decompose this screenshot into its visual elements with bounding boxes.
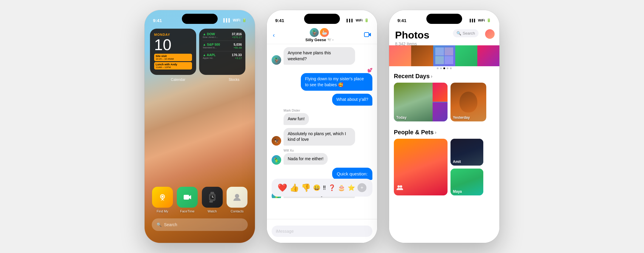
photos-title: Photos [395, 29, 493, 41]
sender-mark: Mark Disler [284, 109, 372, 112]
tapback-exclamation[interactable]: ‼️ [323, 184, 326, 191]
phones-container: 9:41 ▌▌▌ WiFi 🔋 MONDAY 10 Site visit 10:… [145, 10, 499, 243]
search-icon-home: 🔍 [157, 222, 162, 227]
dynamic-island-3 [426, 14, 462, 24]
messages-area: 🦆 Anyone have plans this weekend? 💕 Flyi… [267, 44, 377, 198]
photos-search-button[interactable]: 🔍 Search [453, 29, 479, 37]
svg-rect-2 [184, 195, 189, 200]
widgets-row: MONDAY 10 Site visit 10:15 – 10:45AM Lun… [150, 29, 250, 75]
signal-icon-2: ▌▌▌ [347, 19, 354, 22]
app-contacts[interactable]: Contacts [227, 187, 247, 213]
recent-days-chevron: › [431, 74, 432, 79]
message-row-5: 🦅 Absolutely no plans yet, which I kind … [272, 128, 372, 146]
battery-icon-1: 🔋 [242, 18, 247, 22]
message-input-placeholder: iMessage [276, 229, 294, 234]
time-display-2: 9:41 [275, 18, 284, 23]
dot-4 [447, 67, 448, 69]
message-bubble-3: What about y'all? [332, 94, 372, 106]
conversation-header: 🦆 🦢 Silly Geese 🕊️ › [305, 28, 333, 42]
time-display-3: 9:41 [397, 18, 406, 23]
messages-screen: 9:41 ▌▌▌ WiFi 🔋 ‹ 🦆 🦢 Silly Geese [267, 10, 377, 243]
tapback-heart[interactable]: ❤️ [278, 183, 287, 192]
dynamic-island-2 [304, 14, 340, 24]
wifi-icon-1: WiFi [233, 18, 240, 22]
message-bubble-4: Aww fun! [284, 113, 309, 125]
people-pets-chevron: › [435, 130, 436, 135]
app-facetime[interactable]: FaceTime [177, 187, 198, 213]
findmy-label: Find My [157, 209, 168, 213]
tapback-thumbsup[interactable]: 👍 [290, 183, 299, 192]
tapback-question[interactable]: ❓ [328, 184, 336, 191]
status-icons-3: ▌▌▌ WiFi 🔋 [470, 18, 491, 22]
tapback-thumbsdown[interactable]: 👎 [301, 183, 311, 192]
status-icons-2: ▌▌▌ WiFi 🔋 [347, 18, 369, 22]
strip-photo-1 [389, 45, 411, 66]
sender-will: Will Xu [284, 149, 372, 152]
stocks-widget[interactable]: ▲ DOW Dow Jones I... 37,816 +570.17 ▲ S&… [199, 29, 245, 75]
message-bubble-1: Anyone have plans this weekend? [284, 47, 355, 65]
message-input-field[interactable]: iMessage [272, 226, 372, 237]
msg-avatar-1: 🦆 [272, 55, 281, 65]
people-grid: Amit Maya [394, 139, 495, 195]
message-row-2: Flying down to my sister's place to see … [272, 73, 372, 91]
search-bar-home[interactable]: 🔍 Search [152, 218, 248, 231]
app-watch[interactable]: Watch [202, 187, 223, 213]
group-icon [396, 184, 403, 192]
search-label-photos: Search [463, 31, 475, 36]
calendar-widget[interactable]: MONDAY 10 Site visit 10:15 – 10:45AM Lun… [150, 29, 196, 75]
today-photo-card[interactable]: Today [394, 83, 448, 121]
people-right-column: Amit Maya [451, 139, 483, 195]
stock-sp500: ▲ S&P 500 Standard &... 5,036 +80.48 [203, 43, 242, 51]
findmy-icon [152, 187, 173, 208]
video-call-button[interactable] [364, 31, 371, 39]
message-bubble-2: Flying down to my sister's place to see … [301, 73, 372, 91]
app-findmy[interactable]: Find My [152, 187, 173, 213]
msg-avatar-5: 🦅 [272, 136, 281, 146]
photo-strip [389, 45, 499, 66]
facetime-icon [177, 187, 198, 208]
battery-icon-2: 🔋 [364, 18, 369, 22]
svg-point-1 [162, 196, 163, 198]
photos-user-avatar[interactable] [485, 29, 495, 39]
people-pets-header: People & Pets › [394, 129, 495, 136]
message-bubble-5: Absolutely no plans yet, which I kind of… [284, 128, 355, 146]
strip-photo-3 [433, 45, 455, 66]
today-label: Today [396, 115, 406, 120]
avatar-1: 🦆 [310, 28, 319, 37]
tapback-star[interactable]: ⭐ [348, 184, 355, 191]
contacts-label: Contacts [231, 209, 244, 213]
watch-label: Watch [208, 209, 217, 213]
photo-strip-dots [389, 67, 499, 69]
message-input-area: iMessage [267, 219, 377, 243]
heart-reaction: 💕 [272, 68, 372, 72]
signal-icon-3: ▌▌▌ [470, 19, 476, 22]
svg-rect-8 [364, 33, 369, 37]
photos-screen: 9:41 ▌▌▌ WiFi 🔋 Photos 8,342 Items 🔍 Sea… [389, 10, 499, 243]
message-row-1: 🦆 Anyone have plans this weekend? [272, 47, 372, 65]
yesterday-photo-card[interactable]: Yesterday [451, 83, 486, 121]
tapback-cake[interactable]: 🎂 [338, 184, 345, 191]
strip-photo-4 [455, 45, 477, 66]
back-button[interactable]: ‹ [273, 32, 275, 38]
svg-rect-5 [209, 201, 213, 203]
amit-name-label: Amit [453, 160, 461, 164]
today-photo-side-bottom [433, 102, 448, 121]
svg-point-9 [397, 185, 400, 188]
group-avatars: 🦆 🦢 [310, 28, 329, 37]
wifi-icon-3: WiFi [478, 18, 485, 22]
maya-name-label: Maya [453, 189, 462, 194]
tapback-haha[interactable]: 😄 [313, 184, 321, 191]
calendar-day-number: 10 [154, 37, 192, 53]
recent-days-section: Recent Days › Today [394, 73, 495, 121]
tapback-add-button[interactable]: + [357, 183, 366, 192]
person-card-main[interactable] [394, 139, 448, 195]
today-photo-side [433, 83, 448, 121]
people-pets-section: People & Pets › [394, 129, 495, 195]
message-bubble-7: Quick question: [332, 168, 372, 180]
messages-header: ‹ 🦆 🦢 Silly Geese 🕊️ › [267, 26, 377, 44]
phone-1-homescreen: 9:41 ▌▌▌ WiFi 🔋 MONDAY 10 Site visit 10:… [145, 10, 255, 243]
message-row-3: What about y'all? [272, 94, 372, 106]
person-card-maya[interactable]: Maya [451, 169, 483, 195]
dynamic-island-1 [182, 14, 218, 24]
person-card-amit[interactable]: Amit [451, 139, 483, 166]
